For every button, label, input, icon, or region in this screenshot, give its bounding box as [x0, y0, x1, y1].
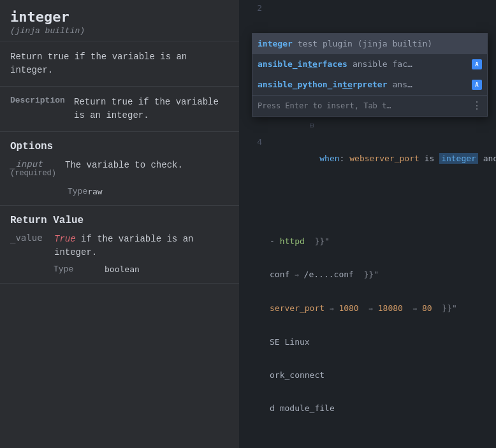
doc-summary: Return true if the variable is an intege…: [0, 41, 239, 87]
return-true-keyword: True: [54, 234, 76, 244]
doc-panel: integer (jinja builtin) Return true if t…: [0, 0, 239, 448]
return-title: Return Value: [10, 215, 229, 226]
type-label: Type: [17, 187, 87, 196]
autocomplete-item-ansible-interfaces[interactable]: ansible_interfaces ansible fac… A: [252, 54, 487, 75]
return-name: _value: [10, 233, 45, 243]
when-colon: :: [340, 154, 350, 163]
option-desc: The variable to check.: [65, 159, 183, 172]
doc-description-section: Description Return true if the variable …: [0, 87, 239, 132]
line-number-4: 4: [244, 134, 262, 150]
doc-subtitle: (jinja builtin): [10, 26, 229, 36]
lower-line-module-file: d module_file: [239, 400, 496, 417]
lower-content-2: conf ⇒ /e....conf }}": [270, 266, 491, 284]
autocomplete-footer-text: Press Enter to insert, Tab t…: [258, 98, 391, 114]
autocomplete-icon-interfaces: A: [472, 59, 482, 69]
autocomplete-footer: Press Enter to insert, Tab t… ⋮: [252, 95, 487, 116]
lower-line-server-port: server_port ⇒ 1080 ⇒ 18080 ⇒ 80 }}": [239, 300, 496, 317]
autocomplete-item-ansible-python[interactable]: ansible_python_interpreter ans… A: [252, 75, 487, 95]
doc-title: integer: [10, 9, 229, 25]
editor-content: 2 3 ⊟ include_tasks: config.yml 4 ⊟ when…: [239, 0, 496, 417]
return-desc: True if the variable is an integer.: [54, 233, 229, 259]
description-label: Description: [10, 96, 68, 122]
doc-description-table: Description Return true if the variable …: [10, 96, 229, 122]
is-keyword: is: [419, 154, 439, 163]
option-name-group: _input (required): [10, 159, 56, 178]
lower-content-4: SE Linux: [270, 334, 491, 350]
lower-line-se-linux: SE Linux: [239, 334, 496, 350]
option-item: _input (required) The variable to check.…: [10, 159, 229, 196]
return-type-row: Type boolean: [10, 264, 229, 274]
when-keyword: [310, 154, 320, 163]
lower-content-5: ork_connect: [270, 367, 491, 384]
return-item: _value True if the variable is an intege…: [10, 233, 229, 259]
return-section: Return Value _value True if the variable…: [0, 206, 239, 284]
option-name: _input: [10, 159, 56, 169]
autocomplete-desc-interfaces: ansible fac…: [353, 56, 412, 73]
integer-keyword-hl: integer: [439, 153, 478, 164]
lower-line-conf: conf ⇒ /e....conf }}": [239, 266, 496, 284]
type-value: raw: [87, 187, 102, 196]
autocomplete-dropdown[interactable]: integer test plugin (jinja builtin) ansi…: [252, 33, 488, 117]
fold-icon-4: ⊟: [310, 121, 314, 129]
lower-content-3: server_port ⇒ 1080 ⇒ 18080 ⇒ 80 }}": [270, 300, 491, 317]
autocomplete-keyword-integer: integer: [258, 36, 293, 52]
return-type-label: Type: [10, 264, 105, 274]
options-title: Options: [10, 141, 229, 152]
lower-content-6: d module_file: [270, 400, 491, 417]
doc-header: integer (jinja builtin): [0, 0, 239, 41]
type-row: Type raw: [10, 187, 229, 196]
editor-panel: 2 3 ⊟ include_tasks: config.yml 4 ⊟ when…: [239, 0, 496, 448]
description-value: Return true if the variable is an intege…: [74, 96, 229, 122]
autocomplete-more-icon[interactable]: ⋮: [472, 98, 482, 114]
autocomplete-icon-python: A: [472, 80, 482, 90]
option-row: _input (required) The variable to check.: [10, 159, 229, 178]
autocomplete-desc-python: ans…: [393, 76, 412, 93]
line-number-2: 2: [244, 0, 262, 17]
and-keyword: and: [478, 154, 496, 163]
return-desc-suffix: if the variable is an integer.: [54, 234, 193, 257]
return-type-value: boolean: [105, 264, 140, 274]
lower-line-ork-connect: ork_connect: [239, 367, 496, 384]
lower-code-block: - httpd }}" conf ⇒ /e....conf }}" server…: [239, 233, 496, 417]
options-section: Options _input (required) The variable t…: [0, 132, 239, 206]
autocomplete-keyword-interfaces: ansible_interfaces: [258, 56, 347, 73]
autocomplete-item-integer[interactable]: integer test plugin (jinja builtin): [252, 34, 487, 54]
autocomplete-keyword-python: ansible_python_interpreter: [258, 76, 388, 93]
autocomplete-desc-integer: test plugin (jinja builtin): [298, 36, 432, 52]
lower-content-1: - httpd }}": [270, 233, 491, 250]
option-required: (required): [10, 169, 56, 178]
editor-line-2: 2: [239, 0, 496, 17]
lower-line-httpd: - httpd }}": [239, 233, 496, 250]
webserver-port-1: webserver_port: [349, 154, 419, 163]
when-label: when: [319, 154, 339, 163]
